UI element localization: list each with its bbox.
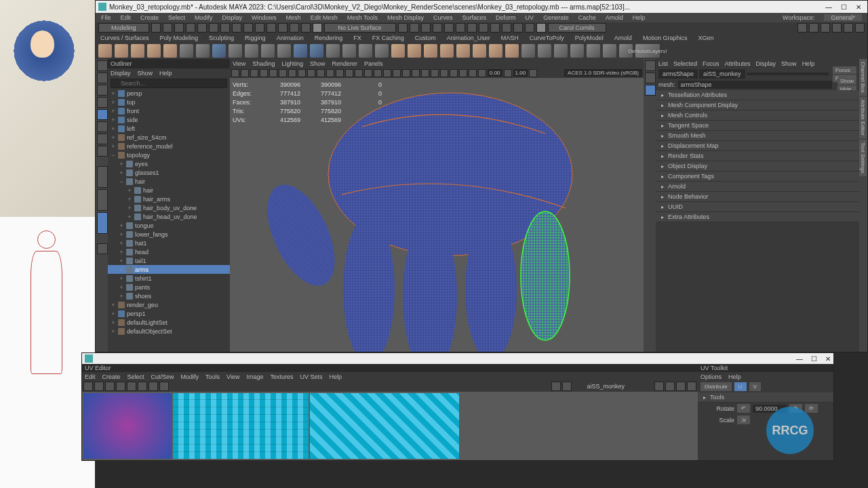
attr-focus[interactable]: Focus <box>703 60 719 67</box>
user-dropdown[interactable]: Carol Cornils <box>548 23 606 33</box>
shelf-tab[interactable]: Poly Modeling <box>158 34 201 42</box>
menu-create[interactable]: Create <box>140 14 159 21</box>
paint-tool-icon[interactable] <box>97 85 108 96</box>
menu-windows[interactable]: Windows <box>252 14 277 21</box>
outliner-item-left[interactable]: +left <box>108 124 230 133</box>
attr-section[interactable]: Extra Attributes <box>656 212 859 222</box>
status-btn[interactable] <box>797 23 807 33</box>
vp-tool-icon[interactable] <box>355 69 363 77</box>
status-btn[interactable] <box>186 23 195 33</box>
vp-tool-icon[interactable] <box>421 69 429 77</box>
vp-panels[interactable]: Panels <box>364 60 383 67</box>
shelf-button[interactable] <box>212 44 226 58</box>
status-btn[interactable] <box>433 23 442 33</box>
attr-tab-mat[interactable]: aiSS_monkey <box>699 69 745 79</box>
menu-mesh[interactable]: Mesh <box>286 14 301 21</box>
status-btn[interactable] <box>490 23 500 33</box>
shelf-tab[interactable]: Arnold <box>612 34 634 42</box>
attr-display[interactable]: Display <box>756 60 776 67</box>
shelf-tab[interactable]: FX Caching <box>370 34 406 42</box>
attr-section[interactable]: Node Behavior <box>656 192 859 202</box>
status-btn[interactable] <box>809 23 818 33</box>
outliner-item-top[interactable]: +top <box>108 98 230 106</box>
shelf-button[interactable] <box>391 44 405 58</box>
uv-tool-icon[interactable] <box>83 382 93 391</box>
vp-tool-icon[interactable] <box>431 69 439 77</box>
uv-tool-icon[interactable] <box>676 382 686 391</box>
menu-help[interactable]: Help <box>633 14 646 21</box>
menu-generate[interactable]: Generate <box>543 14 569 21</box>
shelf-button[interactable] <box>424 44 437 58</box>
rotate-ccw-icon[interactable]: ↶ <box>737 404 750 413</box>
outliner-item-tshirt1[interactable]: +tshirt1 <box>108 274 230 283</box>
vp-tool-icon[interactable] <box>269 69 277 77</box>
menu-curves[interactable]: Curves <box>433 14 453 21</box>
minimize-button[interactable]: — <box>796 355 803 363</box>
outliner-item-arms[interactable]: +arms <box>108 265 230 274</box>
shelf-button[interactable] <box>131 44 144 58</box>
shelf-button[interactable] <box>456 44 470 58</box>
move-tool-icon[interactable] <box>97 97 108 108</box>
vp-colorspace[interactable]: ACES 1.0 SDR-video (sRGB) <box>564 69 642 77</box>
status-btn[interactable] <box>467 23 477 33</box>
outliner-item-hat1[interactable]: +hat1 <box>108 239 230 247</box>
shelf-tab[interactable]: Curves / Surfaces <box>98 34 151 42</box>
tool-icon[interactable] <box>645 85 656 96</box>
menu-display[interactable]: Display <box>222 14 243 21</box>
outliner-item-glasses1[interactable]: +glasses1 <box>108 168 230 177</box>
vp-tool-icon[interactable] <box>231 69 239 77</box>
outliner-item-defaultObjectSet[interactable]: +defaultObjectSet <box>108 327 230 336</box>
menu-uv[interactable]: UV <box>526 14 534 21</box>
vp-renderer[interactable]: Renderer <box>332 60 357 67</box>
uv-edit[interactable]: Edit <box>85 373 96 380</box>
outliner-item-head[interactable]: +head <box>108 247 230 256</box>
scale-icon[interactable]: ⇲ <box>737 415 750 424</box>
menu-meshdisplay[interactable]: Mesh Display <box>387 14 424 21</box>
uv-tool-icon[interactable] <box>654 382 664 391</box>
uv-tool-icon[interactable] <box>138 382 147 391</box>
mode-select[interactable]: Modeling <box>98 23 149 33</box>
search-icon[interactable] <box>97 243 108 254</box>
tool-icon[interactable] <box>645 60 656 71</box>
status-btn[interactable] <box>832 23 842 33</box>
minimize-button[interactable]: — <box>825 3 832 11</box>
vp-lighting[interactable]: Lighting <box>281 60 303 67</box>
outliner-item-shoes[interactable]: +shoes <box>108 291 230 300</box>
attr-tab-shape[interactable]: armsShape <box>658 69 698 79</box>
attr-section[interactable]: Mesh Controls <box>656 110 859 121</box>
uv-tool-icon[interactable] <box>127 382 136 391</box>
tool-icon[interactable] <box>645 73 656 83</box>
outliner-item-topology[interactable]: −topology <box>108 150 230 159</box>
uv-create[interactable]: Create <box>102 373 121 380</box>
outliner-item-pants[interactable]: +pants <box>108 283 230 291</box>
shelf-button[interactable] <box>359 44 372 58</box>
uv-tool-icon[interactable] <box>105 382 115 391</box>
outliner-item-hair_body_uv_done[interactable]: +hair_body_uv_done <box>108 203 230 212</box>
menu-file[interactable]: File <box>101 14 111 21</box>
vp-tool-icon[interactable] <box>393 69 401 77</box>
shelf-button[interactable] <box>342 44 356 58</box>
shelf-tab[interactable]: Motion Graphics <box>641 34 690 42</box>
distribute-button[interactable]: Distribute <box>701 382 732 391</box>
outliner-item-ref_size_54cm[interactable]: +ref_size_54cm <box>108 133 230 142</box>
attr-show[interactable]: Show <box>781 60 797 67</box>
vp-tool-icon[interactable] <box>478 69 486 77</box>
status-btn[interactable] <box>163 23 172 33</box>
workspace-select[interactable]: General* <box>824 14 862 21</box>
shelf-button[interactable] <box>538 44 551 58</box>
v-button[interactable]: V <box>749 382 761 391</box>
shelf-button[interactable] <box>294 44 307 58</box>
outliner-item-lower_fangs[interactable]: +lower_fangs <box>108 230 230 239</box>
attr-selected[interactable]: Selected <box>673 60 697 67</box>
vp-tool-icon[interactable] <box>279 69 287 77</box>
shelf-button[interactable] <box>587 44 600 58</box>
shelf-tab[interactable]: Rendering <box>313 34 345 42</box>
uv-tool-icon[interactable] <box>149 382 158 391</box>
outliner-item-eyes[interactable]: +eyes <box>108 159 230 168</box>
uv-modify[interactable]: Modify <box>181 373 199 380</box>
attr-section[interactable]: Tangent Space <box>656 121 859 131</box>
vp-tool-icon[interactable] <box>317 69 325 77</box>
uv-tool-icon[interactable] <box>116 382 125 391</box>
status-btn[interactable] <box>525 23 534 33</box>
attr-focus-button[interactable]: Focus <box>833 66 856 74</box>
